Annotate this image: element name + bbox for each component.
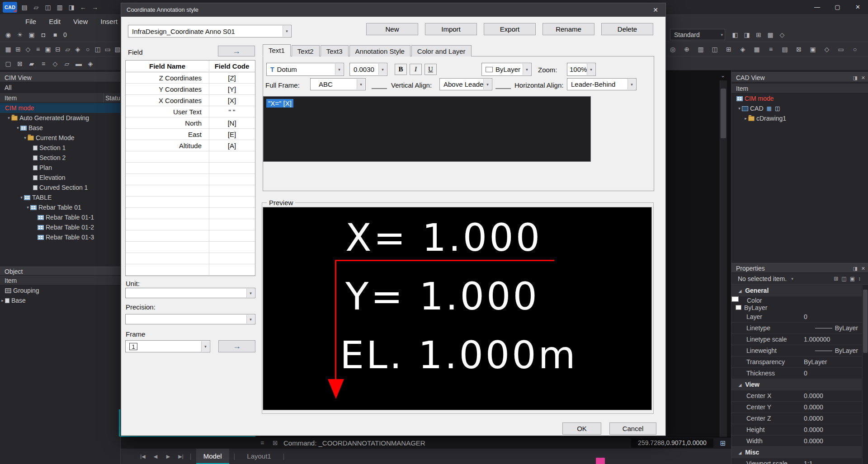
toolbar-icon[interactable]: ◫ <box>43 2 52 13</box>
toolbar-icon[interactable]: ▦ <box>4 44 13 55</box>
toolbar-icon[interactable]: ◉ <box>4 29 13 40</box>
toolbar-icon[interactable]: ▬ <box>74 58 83 69</box>
pin-icon[interactable]: ◨ <box>853 73 857 83</box>
toolbar-icon[interactable]: ○ <box>83 44 92 55</box>
annotation-text-editor[interactable]: "X=" [X] <box>263 96 591 162</box>
properties-tool-icon[interactable]: ◫ <box>841 276 846 282</box>
tree-item[interactable]: Rebar Table 01-2 <box>0 222 120 232</box>
expander-icon[interactable]: ▾ <box>23 136 28 140</box>
toolbar-icon[interactable]: ⊠ <box>15 58 24 69</box>
expander-icon[interactable]: ▾ <box>19 195 24 200</box>
underline-button[interactable]: U <box>425 64 437 75</box>
property-row[interactable]: Lineweight ByLayer <box>731 345 862 356</box>
tree-item[interactable]: Section 1 <box>0 143 120 153</box>
pin-icon[interactable]: ◨ <box>853 263 857 273</box>
expander-icon[interactable]: ▾ <box>737 106 742 111</box>
toolbar-icon[interactable]: ▦ <box>766 29 775 40</box>
toolbar-icon[interactable]: ◇ <box>778 29 787 40</box>
toolbar-icon[interactable]: ◨ <box>742 29 751 40</box>
property-row[interactable]: Color ByLayer <box>731 296 739 302</box>
selection-combo[interactable]: No selected item. ▾ ⊞◫▣↕ <box>731 273 868 285</box>
dialog-action-button[interactable]: Rename <box>542 23 594 35</box>
toolbar-icon[interactable]: ◇ <box>822 44 831 55</box>
toolbar-icon[interactable]: ◎ <box>668 44 677 55</box>
toolbar-icon[interactable]: ○ <box>850 44 859 55</box>
property-row[interactable]: Linetype ByLayer <box>731 323 862 334</box>
unit-combo[interactable]: ▾ <box>125 288 255 298</box>
move-field-button[interactable]: → <box>218 46 255 56</box>
expander-icon[interactable]: ▸ <box>743 116 748 121</box>
column-divider[interactable] <box>103 93 104 103</box>
toolbar-icon[interactable]: ⊠ <box>794 44 803 55</box>
property-row[interactable]: Width 0.0000 <box>731 436 862 447</box>
expander-icon[interactable]: ▾ <box>6 116 11 120</box>
tree-item[interactable]: Rebar Table 01-1 <box>0 212 120 222</box>
toolbar-icon[interactable]: ▣ <box>27 29 36 40</box>
tree-item[interactable]: ▾ Base <box>0 123 120 133</box>
tree-item[interactable]: ▾ Auto Generated Drawing <box>0 113 120 123</box>
field-table-row[interactable]: East [E] <box>126 129 255 140</box>
notification-badge[interactable] <box>596 458 605 464</box>
horizontal-align-combo[interactable]: Leader-Behind ▾ <box>567 78 637 90</box>
expander-icon[interactable]: ▸ <box>0 298 5 303</box>
layout-nav-button[interactable]: ▶| <box>176 454 185 459</box>
node-badge-icon[interactable]: ▦ <box>767 105 772 112</box>
minimize-button[interactable]: — <box>807 0 827 14</box>
toolbar-icon[interactable]: ☀ <box>15 29 24 40</box>
toolbar-icon[interactable]: ◈ <box>73 44 82 55</box>
toolbar-icon[interactable]: ≡ <box>39 58 48 69</box>
italic-button[interactable]: I <box>410 64 422 75</box>
collapse-chevron-icon[interactable]: ⌄ <box>721 72 725 79</box>
dialog-tab[interactable]: Color and Layer <box>411 45 472 56</box>
property-row[interactable]: Height 0.0000 <box>731 424 862 436</box>
grid-toggle-icon[interactable]: ⊞ <box>718 438 728 448</box>
command-line[interactable]: Command: _COORDANNOTATIONMANAGER <box>283 437 425 449</box>
properties-tool-icon[interactable]: ⊞ <box>834 276 838 282</box>
toolbar-icon[interactable]: ◇ <box>24 44 33 55</box>
precision-combo[interactable]: ▾ <box>125 314 255 324</box>
toolbar-icon[interactable]: ▰ <box>27 58 36 69</box>
cancel-button[interactable]: Cancel <box>609 422 656 435</box>
tree-item[interactable]: ▾ TABLE <box>0 192 120 202</box>
toolbar-icon[interactable]: ⊞ <box>724 44 733 55</box>
frame-combo[interactable]: 1 ▾ <box>125 340 210 352</box>
tree-item[interactable]: CIM mode <box>731 94 868 103</box>
property-row[interactable]: Center Y 0.0000 <box>731 402 862 413</box>
tree-item[interactable]: CIM mode <box>0 103 120 113</box>
layout-nav-button[interactable]: ▶ <box>164 454 173 459</box>
toolbar-icon[interactable]: ■ <box>51 29 60 40</box>
toolbar-icon[interactable]: ≡ <box>766 44 775 55</box>
vertical-align-combo[interactable]: Above Leade ▾ <box>439 78 492 90</box>
tree-item[interactable]: Section 2 <box>0 153 120 163</box>
layout-nav-button[interactable]: |◀ <box>138 454 147 459</box>
toolbar-icon[interactable]: ⊕ <box>682 44 691 55</box>
dialog-action-button[interactable]: Delete <box>601 23 653 35</box>
toolbar-icon[interactable]: ▥ <box>696 44 705 55</box>
dialog-tab[interactable]: Annotation Style <box>349 45 410 56</box>
toolbar-icon[interactable]: ◇ <box>51 58 60 69</box>
property-row[interactable]: Linetype scale 1.000000 <box>731 334 862 345</box>
toolbar-icon[interactable]: → <box>90 2 99 13</box>
toolbar-icon[interactable]: ▱ <box>63 44 72 55</box>
toolbar-icon[interactable]: ← <box>79 2 88 13</box>
property-row[interactable]: View <box>731 379 862 390</box>
toolbar-icon[interactable]: ◫ <box>93 44 102 55</box>
toolbar-icon[interactable]: ▤ <box>20 2 29 13</box>
field-table-row[interactable]: User Text " " <box>126 106 255 117</box>
toolbar-icon[interactable]: ▱ <box>32 2 41 13</box>
menu-item[interactable]: View <box>73 15 88 28</box>
dialog-action-button[interactable]: Export <box>484 23 536 35</box>
full-frame-combo[interactable]: ABC ▾ <box>310 78 366 90</box>
properties-tool-icon[interactable]: ↕ <box>858 276 861 282</box>
toolbar-icon[interactable]: ▭ <box>836 44 845 55</box>
toolbar-icon[interactable]: ⊞ <box>754 29 763 40</box>
command-menu-icon[interactable]: ≡ <box>260 437 264 449</box>
dialog-action-button[interactable]: Import <box>425 23 477 35</box>
ok-button[interactable]: OK <box>562 422 601 435</box>
expander-icon[interactable]: ▾ <box>15 126 20 130</box>
property-row[interactable]: Misc <box>731 447 862 458</box>
bold-button[interactable]: B <box>395 64 407 75</box>
font-combo[interactable]: T Dotum ▾ <box>266 63 344 76</box>
menu-item[interactable]: File <box>25 15 36 28</box>
tree-item[interactable]: Elevation <box>0 173 120 183</box>
